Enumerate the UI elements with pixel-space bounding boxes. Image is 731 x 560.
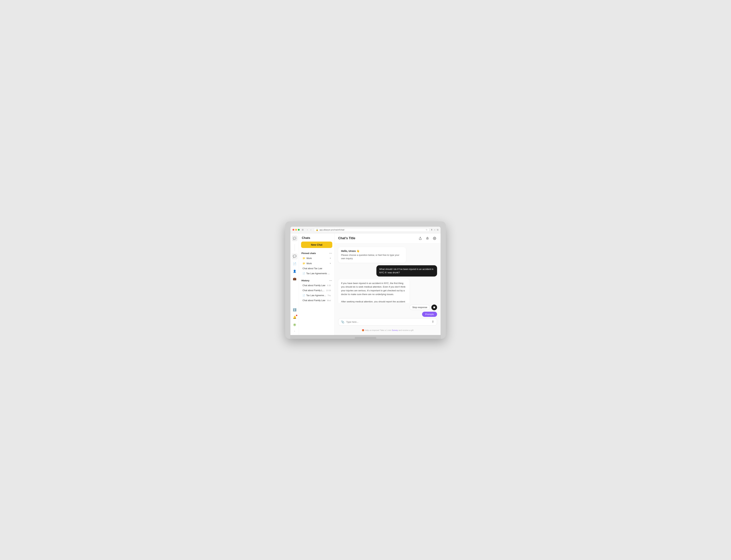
- folder-icon: 📁: [302, 257, 305, 260]
- url-text: app.allawyer.pro/main#/chat/: [319, 229, 344, 231]
- share-chat-button[interactable]: [418, 236, 423, 241]
- history-chat-family-1[interactable]: Chat about Family Law 9:36: [300, 283, 333, 288]
- history-chat-tax-agreement[interactable]: 📄 Tax Law Agreement... Thu: [300, 293, 333, 298]
- mic-icon[interactable]: 🎙: [432, 320, 435, 323]
- prompts-row: Prompts: [338, 312, 437, 317]
- history-family-2-label: Chat about Family Law: [302, 289, 325, 292]
- history-chat-family-2[interactable]: Chat about Family Law 10:58: [300, 288, 333, 293]
- add-tab-icon[interactable]: ＋: [434, 228, 436, 231]
- pinned-chats-label: Pinned chats: [301, 252, 316, 255]
- footer-suffix: and receive a gift: [398, 329, 414, 331]
- stop-button-label: Stop response: [412, 306, 427, 309]
- profile-icon: 👤: [293, 270, 296, 273]
- sidebar-divider: [294, 244, 295, 251]
- app-logo[interactable]: 💬: [292, 235, 297, 241]
- settings-icon: ✳️: [293, 323, 296, 326]
- history-label: History: [301, 279, 309, 282]
- maximize-window-button[interactable]: [298, 229, 300, 231]
- history-family-2-time: 10:58: [326, 289, 331, 292]
- notification-badge: [296, 315, 297, 316]
- history-family-3-label: Chat about Family Law: [302, 299, 326, 302]
- svg-point-1: [434, 238, 435, 239]
- browser-nav: ‹ ›: [306, 228, 312, 231]
- greeting-title: Hello, Uroos 👋: [341, 250, 403, 252]
- back-button[interactable]: ‹: [306, 228, 309, 231]
- history-family-3-time: Wed: [327, 299, 331, 301]
- chat-icon: 💬: [293, 255, 296, 258]
- chat-messages: Hello, Uroos 👋 Please choose a question …: [334, 244, 441, 303]
- refresh-icon[interactable]: ↻: [426, 229, 428, 231]
- history-more-button[interactable]: ⋯: [329, 279, 332, 282]
- narrow-sidebar: 💬 💬 📄 👤 💼 ℹ️: [290, 233, 299, 335]
- forward-button[interactable]: ›: [309, 228, 312, 231]
- close-window-button[interactable]: [292, 229, 294, 231]
- chevron-down-icon: ▾: [330, 257, 331, 259]
- attach-icon[interactable]: 📎: [341, 320, 344, 324]
- history-header: History ⋯: [299, 277, 334, 283]
- sidebar-item-settings[interactable]: ✳️: [291, 322, 298, 328]
- folder-icon-2: 📁: [302, 262, 305, 265]
- pinned-chat-tax-law[interactable]: Chat about Tax Law: [300, 266, 333, 271]
- survey-link[interactable]: Survey: [392, 329, 398, 331]
- doc-icon-2: 📄: [302, 294, 305, 297]
- sidebar-bottom: ℹ️ 🔔 ✳️ ›: [291, 307, 298, 333]
- info-icon: ℹ️: [293, 308, 296, 311]
- prompts-button[interactable]: Prompts: [422, 312, 437, 317]
- message-bot-greeting: Hello, Uroos 👋 Please choose a question …: [338, 247, 406, 263]
- pinned-chats-header: Pinned chats ⋯: [299, 250, 334, 256]
- logo-icon: 💬: [293, 237, 296, 240]
- history-chat-family-3[interactable]: Chat about Family Law Wed: [300, 298, 333, 303]
- message-bot-response: If you have been injured in an accident …: [338, 279, 410, 303]
- settings-chat-button[interactable]: [432, 236, 437, 241]
- sidebar-item-chat[interactable]: 💬: [291, 253, 298, 259]
- tab-grid-button[interactable]: ⊞: [301, 228, 304, 231]
- traffic-lights: [292, 229, 300, 231]
- history-family-1-label: Chat about Family Law: [302, 284, 326, 287]
- pinned-chat-tax-agreements[interactable]: 📄 Tax Law Agreements compar...: [300, 271, 333, 276]
- sidebar-item-info[interactable]: ℹ️: [291, 307, 298, 313]
- folder-work-2-label: Work: [306, 262, 312, 265]
- chats-panel: Chats New Chat Pinned chats ⋯ 📁 Work ▾ 📁…: [299, 233, 334, 335]
- greeting-text: Please choose a question below, or feel …: [341, 253, 403, 260]
- lock-icon: 🔒: [316, 229, 318, 231]
- chat-header: Chat's Title: [334, 233, 441, 244]
- browser-toolbar: ⬆ ＋ ⧉: [431, 228, 439, 231]
- bell-icon: 🔔: [293, 316, 296, 319]
- sidebar-item-work[interactable]: 💼: [291, 276, 298, 282]
- footer-prefix: 🎁 Help us improve! Take a 1-min: [362, 329, 392, 331]
- response-text: If you have been injured in an accident …: [341, 282, 407, 303]
- chat-main: Chat's Title: [334, 233, 441, 335]
- history-family-1-time: 9:36: [327, 284, 331, 287]
- chat-input[interactable]: [346, 321, 430, 323]
- url-bar[interactable]: 🔒 app.allawyer.pro/main#/chat/ ↻: [314, 228, 430, 232]
- pinned-chats-more-button[interactable]: ⋯: [329, 252, 332, 255]
- chats-title: Chats: [299, 233, 334, 242]
- sidebar-expand-button[interactable]: ›: [293, 329, 296, 333]
- history-tax-agreement-label: Tax Law Agreement...: [306, 294, 327, 297]
- stop-icon-button[interactable]: [431, 305, 437, 310]
- document-icon: 📄: [293, 262, 296, 265]
- new-chat-button[interactable]: New Chat: [301, 242, 332, 248]
- folder-work-1-label: Work: [306, 257, 312, 260]
- footer-text: 🎁 Help us improve! Take a 1-min Survey a…: [338, 328, 437, 333]
- chat-header-actions: [418, 236, 437, 241]
- chat-title: Chat's Title: [338, 236, 355, 240]
- share-icon[interactable]: ⬆: [431, 229, 433, 231]
- chevron-down-icon-2: ▾: [330, 262, 331, 265]
- folder-work-1[interactable]: 📁 Work ▾: [300, 256, 333, 261]
- sidebar-item-profile[interactable]: 👤: [291, 268, 298, 274]
- folder-work-2[interactable]: 📁 Work ▾: [300, 261, 333, 266]
- chat-tax-agreements-label: Tax Law Agreements compar...: [306, 272, 331, 275]
- svg-rect-2: [433, 306, 435, 308]
- sidebar-item-notifications[interactable]: 🔔: [291, 314, 298, 320]
- chat-controls: Stop response Prompts 📎: [334, 303, 441, 335]
- work-icon: 💼: [293, 277, 296, 280]
- sidebar-item-documents[interactable]: 📄: [291, 261, 298, 267]
- history-tax-agreement-time: Thu: [327, 294, 331, 297]
- message-user-question: What should I do if I've been injured in…: [377, 265, 437, 277]
- chat-input-row: 📎 🎙: [338, 318, 437, 326]
- pin-chat-button[interactable]: [425, 236, 430, 241]
- extensions-icon[interactable]: ⧉: [437, 229, 439, 231]
- minimize-window-button[interactable]: [295, 229, 297, 231]
- stop-response-button[interactable]: Stop response: [410, 305, 430, 310]
